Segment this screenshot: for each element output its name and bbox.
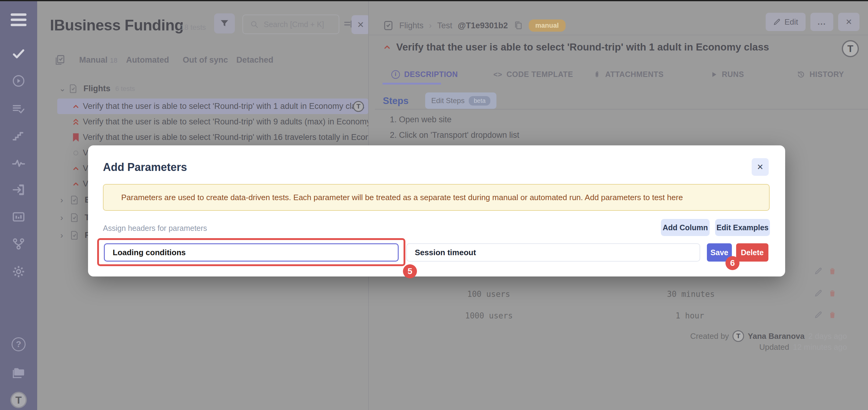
priority-normal-icon xyxy=(71,149,81,157)
chevron-right-icon: › xyxy=(60,195,69,205)
suite-doc-icon xyxy=(69,231,79,240)
info-banner: Parameters are used to create data-drive… xyxy=(103,184,770,211)
search-placeholder: Search [Cmd + K] xyxy=(264,20,324,29)
code-icon: <> xyxy=(493,70,502,79)
author-avatar[interactable]: T xyxy=(842,40,859,57)
more-button[interactable]: ... xyxy=(810,13,834,31)
sidebar: ? T xyxy=(0,1,37,410)
assignee-avatar: T xyxy=(353,101,364,112)
created-time: 2 days ago xyxy=(808,332,847,341)
project-title: IBusiness Funding xyxy=(50,16,184,34)
tab-code-template[interactable]: <> CODE TEMPLATE xyxy=(493,70,573,79)
steps-divider xyxy=(375,109,868,109)
tree-item-test[interactable]: Verify that the user is able to select '… xyxy=(57,130,368,145)
chevron-right-icon: › xyxy=(60,231,69,240)
add-parameters-modal: Add Parameters ✕ Parameters are used to … xyxy=(88,145,785,276)
analytics-chart-icon[interactable] xyxy=(0,210,37,224)
chevron-down-icon: ⌄ xyxy=(59,84,68,93)
priority-high-icon xyxy=(71,102,81,110)
tab-automated[interactable]: Automated xyxy=(126,55,169,65)
delete-row-icon[interactable] xyxy=(828,311,837,319)
suite-doc-icon xyxy=(69,213,79,223)
delete-row-icon[interactable] xyxy=(828,267,837,275)
breadcrumb-suite[interactable]: Flights xyxy=(399,21,424,30)
clear-search-button[interactable]: ✕ xyxy=(351,15,368,34)
param-cell: 100 users xyxy=(467,289,510,299)
tab-description[interactable]: i DESCRIPTION xyxy=(391,70,458,79)
steps-stairs-icon[interactable] xyxy=(0,129,37,143)
breadcrumb-separator: › xyxy=(429,21,432,30)
tab-runs[interactable]: RUNS xyxy=(710,70,744,79)
history-clock-icon xyxy=(797,70,805,79)
delete-row-icon[interactable] xyxy=(828,289,837,298)
chevron-right-icon: › xyxy=(60,213,69,223)
tab-out-of-sync[interactable]: Out of sync xyxy=(183,55,228,65)
projects-folders-icon[interactable] xyxy=(0,365,37,379)
status-badge: manual xyxy=(529,20,565,32)
tests-check-icon[interactable] xyxy=(0,47,37,61)
play-icon xyxy=(710,71,717,78)
add-column-button[interactable]: Add Column xyxy=(661,219,710,236)
param-cell: 1000 users xyxy=(465,311,513,320)
test-title: Verify that the user is able to select '… xyxy=(396,41,769,53)
param-cell: 30 minutes xyxy=(667,289,715,299)
help-icon[interactable]: ? xyxy=(0,337,37,351)
tree-item-test[interactable]: Verify that the user is able to select '… xyxy=(57,99,368,114)
breadcrumb-test-word: Test xyxy=(437,21,453,30)
search-input[interactable]: Search [Cmd + K] xyxy=(242,14,339,34)
breadcrumb: Flights › Test @T1e9301b2 manual xyxy=(383,17,565,34)
updated-time: 12 minutes ago xyxy=(793,342,847,352)
funnel-icon xyxy=(220,19,229,28)
left-tabs: Manual18 Automated Out of sync Detached xyxy=(37,52,368,68)
parameter-header-input-2[interactable] xyxy=(406,243,700,262)
delete-button[interactable]: Delete xyxy=(736,243,768,262)
priority-high-icon xyxy=(71,180,81,188)
tab-attachments[interactable]: ATTACHMENTS xyxy=(593,70,664,79)
test-title-row: Verify that the user is able to select '… xyxy=(383,41,832,53)
menu-icon[interactable] xyxy=(0,13,37,26)
tab-detached[interactable]: Detached xyxy=(236,55,274,65)
tab-manual[interactable]: Manual18 xyxy=(79,55,118,65)
batch-edit-icon[interactable] xyxy=(54,54,66,66)
paperclip-icon xyxy=(593,71,601,78)
author-avatar: T xyxy=(733,330,744,342)
import-signin-icon[interactable] xyxy=(0,183,37,197)
app-logo-icon[interactable]: T xyxy=(0,392,37,408)
edit-row-icon[interactable] xyxy=(814,267,823,275)
param-cell: 1 hour xyxy=(676,311,704,320)
edit-steps-button[interactable]: Edit Steps beta xyxy=(425,93,496,109)
annotation-badge-5: 5 xyxy=(403,264,417,278)
copy-icon[interactable] xyxy=(514,21,523,30)
step-item: 1. Open web site xyxy=(390,115,452,125)
settings-gear-icon[interactable] xyxy=(0,265,37,279)
tree-item-test[interactable]: Verify that the user is able to select '… xyxy=(57,114,368,130)
test-plan-list-icon[interactable] xyxy=(0,102,37,116)
close-button[interactable]: ✕ xyxy=(838,13,860,31)
tab-history[interactable]: HISTORY xyxy=(797,70,844,79)
run-play-icon[interactable] xyxy=(0,74,37,88)
app-screen: ? T IBusiness Funding 18 tests Search [C… xyxy=(0,0,868,410)
assign-headers-label: Assign headers for parameters xyxy=(103,224,207,233)
tree-group-flights[interactable]: ⌄ Flights 6 tests xyxy=(37,81,368,96)
pulse-icon[interactable] xyxy=(0,156,37,170)
priority-high-icon xyxy=(71,165,81,172)
suite-doc-icon xyxy=(69,195,79,205)
branch-icon[interactable] xyxy=(0,237,37,251)
filter-button[interactable] xyxy=(214,13,235,33)
beta-badge: beta xyxy=(469,96,490,106)
parameter-header-input-1[interactable] xyxy=(104,243,399,262)
header-divider xyxy=(369,35,868,35)
priority-high-icon xyxy=(383,43,391,52)
author-name: Yana Baranova xyxy=(748,332,804,341)
updated-line: Updated 12 minutes ago xyxy=(759,342,847,352)
modal-close-button[interactable]: ✕ xyxy=(752,158,769,176)
project-tests-count: 18 tests xyxy=(180,23,206,32)
edit-row-icon[interactable] xyxy=(814,289,823,298)
info-icon: i xyxy=(391,70,400,79)
edit-examples-button[interactable]: Edit Examples xyxy=(715,219,770,236)
priority-highest-icon xyxy=(71,133,81,142)
edit-row-icon[interactable] xyxy=(814,311,823,319)
edit-button[interactable]: Edit xyxy=(766,13,806,31)
updated-label: Updated xyxy=(759,342,789,352)
priority-higher-icon xyxy=(71,117,81,127)
